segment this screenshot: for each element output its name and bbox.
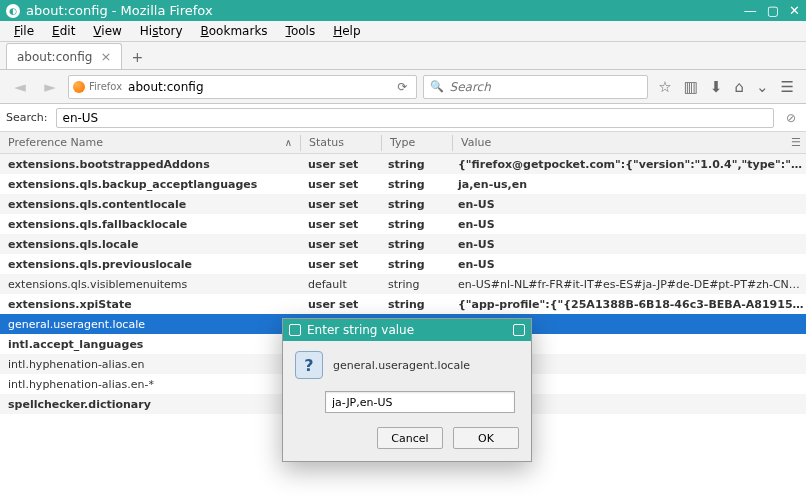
cell-pref-name: extensions.qls.previouslocale [0,258,300,271]
maximize-button[interactable]: ▢ [767,3,779,18]
cell-pref-name: intl.hyphenation-alias.en [0,358,300,371]
clear-search-icon[interactable]: ⊘ [782,111,800,125]
pocket-icon[interactable]: ⌄ [756,78,769,96]
ok-button[interactable]: OK [453,427,519,449]
search-engine-icon[interactable]: 🔍 [430,80,444,93]
url-input[interactable] [128,77,393,97]
window-controls: — ▢ ✕ [744,3,800,18]
menu-tools[interactable]: Tools [278,22,324,40]
table-row[interactable]: extensions.qls.visiblemenuitemsdefaultst… [0,274,806,294]
cell-pref-name: extensions.qls.fallbacklocale [0,218,300,231]
menu-history[interactable]: History [132,22,191,40]
cell-value: {"app-profile":{"{25A1388B-6B18-46c3-BEB… [450,298,806,311]
cell-status: user set [300,218,380,231]
navigation-toolbar: ◄ ► Firefox ⟳ 🔍 ☆ ▥ ⬇ ⌂ ⌄ ☰ [0,70,806,104]
dialog-titlebar: Enter string value [283,319,531,341]
cell-pref-name: extensions.qls.locale [0,238,300,251]
cell-pref-name: extensions.qls.visiblemenuitems [0,278,300,291]
cell-pref-name: spellchecker.dictionary [0,398,300,411]
column-picker-icon[interactable]: ☰ [786,136,806,149]
search-bar[interactable]: 🔍 [423,75,649,99]
menu-bookmarks[interactable]: Bookmarks [193,22,276,40]
dialog-pref-label: general.useragent.locale [333,359,470,372]
toolbar-icons: ☆ ▥ ⬇ ⌂ ⌄ ☰ [654,78,798,96]
identity-box[interactable]: Firefox [73,81,122,93]
bookmark-star-icon[interactable]: ☆ [658,78,671,96]
cell-status: user set [300,158,380,171]
cell-value: en-US [450,258,806,271]
menu-help[interactable]: Help [325,22,368,40]
cell-type: string [380,198,450,211]
table-row[interactable]: extensions.xpiStateuser setstring{"app-p… [0,294,806,314]
table-row[interactable]: extensions.qls.contentlocaleuser setstri… [0,194,806,214]
cancel-button[interactable]: Cancel [377,427,443,449]
cell-value: ja,en-us,en [450,178,806,191]
tab-aboutconfig[interactable]: about:config × [6,43,122,69]
config-search-input[interactable] [56,108,774,128]
cell-type: string [380,158,450,171]
cell-pref-name: general.useragent.locale [0,318,300,331]
back-button[interactable]: ◄ [8,75,32,99]
cell-type: string [380,278,450,291]
cell-pref-name: extensions.qls.backup_acceptlanguages [0,178,300,191]
cell-value: en-US [450,198,806,211]
table-row[interactable]: extensions.qls.localeuser setstringen-US [0,234,806,254]
url-bar[interactable]: Firefox ⟳ [68,75,417,99]
tab-strip: about:config × + [0,42,806,70]
cell-value: {"firefox@getpocket.com":{"version":"1.0… [450,158,806,171]
column-header-value[interactable]: Value [453,136,786,149]
minimize-button[interactable]: — [744,3,757,18]
cell-type: string [380,238,450,251]
cell-status: user set [300,198,380,211]
dialog-close-icon[interactable] [513,324,525,336]
table-row[interactable]: extensions.qls.previouslocaleuser setstr… [0,254,806,274]
hamburger-menu-icon[interactable]: ☰ [781,78,794,96]
sort-indicator-icon: ∧ [285,137,292,148]
column-header-status[interactable]: Status [301,136,381,149]
menu-bar: File Edit View History Bookmarks Tools H… [0,21,806,42]
dialog-title: Enter string value [307,323,414,337]
sidebar-icon[interactable]: ▥ [684,78,698,96]
cell-type: string [380,178,450,191]
cell-pref-name: intl.accept_languages [0,338,300,351]
tab-title: about:config [17,50,92,64]
cell-pref-name: extensions.qls.contentlocale [0,198,300,211]
cell-pref-name: extensions.bootstrappedAddons [0,158,300,171]
menu-file[interactable]: File [6,22,42,40]
column-header-name[interactable]: Preference Name ∧ [0,136,300,149]
close-button[interactable]: ✕ [789,3,800,18]
config-search-row: Search: ⊘ [0,104,806,132]
cell-status: user set [300,238,380,251]
menu-view[interactable]: View [85,22,129,40]
cell-status: user set [300,258,380,271]
column-header-type[interactable]: Type [382,136,452,149]
window-titlebar: ◐ about:config - Mozilla Firefox — ▢ ✕ [0,0,806,21]
menu-edit[interactable]: Edit [44,22,83,40]
enter-string-dialog: Enter string value ? general.useragent.l… [282,318,532,462]
cell-status: default [300,278,380,291]
config-search-label: Search: [6,111,48,124]
table-row[interactable]: extensions.bootstrappedAddonsuser setstr… [0,154,806,174]
cell-type: string [380,258,450,271]
home-icon[interactable]: ⌂ [734,78,744,96]
pref-table-header: Preference Name ∧ Status Type Value ☰ [0,132,806,154]
firefox-icon: ◐ [6,4,20,18]
cell-type: string [380,298,450,311]
cell-pref-name: intl.hyphenation-alias.en-* [0,378,300,391]
cell-value: en-US [450,238,806,251]
window-title: about:config - Mozilla Firefox [26,3,744,18]
reload-button[interactable]: ⟳ [394,80,412,94]
dialog-value-input[interactable] [325,391,515,413]
new-tab-button[interactable]: + [126,45,148,69]
dialog-app-icon [289,324,301,336]
cell-pref-name: extensions.xpiState [0,298,300,311]
table-row[interactable]: extensions.qls.fallbacklocaleuser setstr… [0,214,806,234]
tab-close-icon[interactable]: × [100,49,111,64]
downloads-icon[interactable]: ⬇ [710,78,723,96]
cell-type: string [380,218,450,231]
forward-button[interactable]: ► [38,75,62,99]
question-icon: ? [295,351,323,379]
cell-value: en-US [450,218,806,231]
search-input[interactable] [450,80,642,94]
table-row[interactable]: extensions.qls.backup_acceptlanguagesuse… [0,174,806,194]
